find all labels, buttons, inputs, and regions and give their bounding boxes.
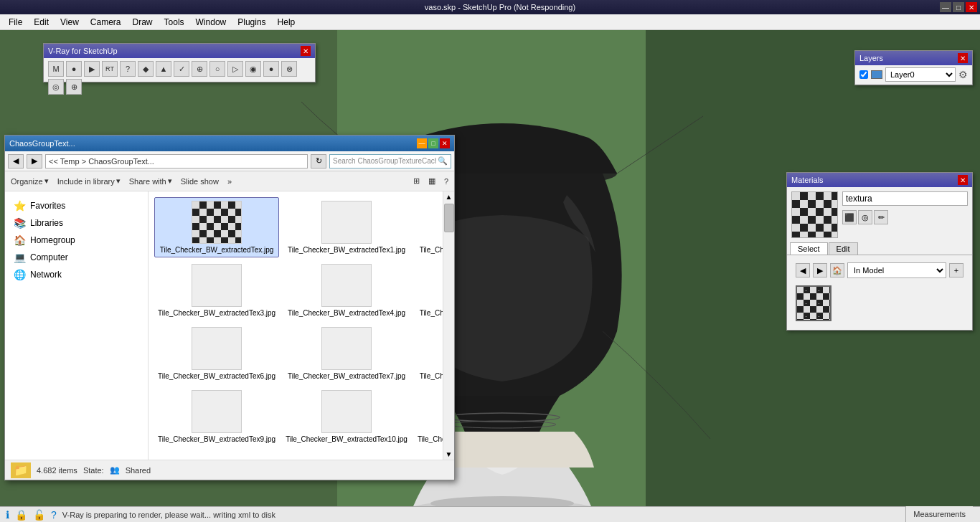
menu-edit[interactable]: Edit xyxy=(28,16,55,29)
scroll-thumb[interactable] xyxy=(444,204,454,232)
mat-nav-home[interactable]: 🏠 xyxy=(830,263,844,277)
material-content: ◀ ▶ 🏠 In Model + xyxy=(787,255,972,330)
mat-nav-forward[interactable]: ▶ xyxy=(813,263,827,277)
list-item[interactable]: Tile_Checker_BW_extractedTex11.jpg xyxy=(414,386,443,447)
vray-btn-dot[interactable]: ◆ xyxy=(138,61,154,77)
fe-close-button[interactable]: ✕ xyxy=(440,138,450,148)
maximize-button[interactable]: □ xyxy=(953,2,964,12)
menu-plugins[interactable]: Plugins xyxy=(232,16,271,29)
menu-draw[interactable]: Draw xyxy=(127,16,159,29)
list-item[interactable]: Tile_Checker_BW_extractedTex8.jpg xyxy=(414,323,443,384)
material-swatch-area xyxy=(791,281,968,326)
menu-window[interactable]: Window xyxy=(190,16,232,29)
sidebar-item-computer[interactable]: 💻 Computer xyxy=(8,249,145,266)
vray-close-button[interactable]: ✕ xyxy=(301,46,311,56)
list-item[interactable]: Tile_Checker_BW_extractedTex10.jpg xyxy=(282,386,411,447)
vray-btn-sphere[interactable]: ● xyxy=(66,61,82,77)
layer-color-swatch[interactable] xyxy=(871,70,882,79)
file-thumbnail xyxy=(192,201,242,244)
vray-btn-render[interactable]: ▶ xyxy=(84,61,100,77)
vray-btn-dot2[interactable]: ● xyxy=(263,61,279,77)
vray-btn-m[interactable]: M xyxy=(48,61,64,77)
search-box[interactable]: Search ChaosGroupTextureCache 🔍 xyxy=(329,154,451,169)
mat-btn-1[interactable]: ⬛ xyxy=(842,210,857,224)
vray-btn-rt[interactable]: RT xyxy=(102,61,118,77)
list-item[interactable]: Tile_Checker_BW_extractedTex7.jpg xyxy=(282,323,411,384)
vray-btn-help[interactable]: ? xyxy=(120,61,136,77)
scroll-up[interactable]: ▲ xyxy=(444,191,454,202)
info-icon[interactable]: ℹ xyxy=(6,509,9,521)
mat-add-btn[interactable]: + xyxy=(949,263,963,277)
forward-button[interactable]: ▶ xyxy=(27,154,42,169)
vray-btn-add[interactable]: ⊕ xyxy=(192,61,207,77)
unlock-icon[interactable]: 🔓 xyxy=(33,509,45,521)
back-button[interactable]: ◀ xyxy=(8,154,24,169)
menu-view[interactable]: View xyxy=(55,16,85,29)
include-in-library-button[interactable]: Include in library ▾ xyxy=(57,176,121,186)
mat-btn-pencil[interactable]: ✏ xyxy=(874,210,888,224)
layer-select[interactable]: Layer0 xyxy=(885,67,956,82)
sidebar-item-favorites[interactable]: ⭐ Favorites xyxy=(8,197,145,214)
close-button[interactable]: ✕ xyxy=(966,2,977,12)
tab-edit[interactable]: Edit xyxy=(829,242,858,255)
fe-body: ⭐ Favorites 📚 Libraries 🏠 Homegroup 💻 Co… xyxy=(5,191,454,460)
view-options[interactable]: ⊞ xyxy=(413,176,420,186)
vray-btn-record[interactable]: ◉ xyxy=(245,61,261,77)
libraries-label: Libraries xyxy=(30,218,63,228)
sidebar-item-homegroup[interactable]: 🏠 Homegroup xyxy=(8,232,145,249)
vray-btn-arrow[interactable]: ▷ xyxy=(227,61,243,77)
vray-btn-plus[interactable]: ⊕ xyxy=(66,79,82,95)
lock-icon[interactable]: 🔒 xyxy=(15,509,27,521)
scroll-down[interactable]: ▼ xyxy=(444,449,454,460)
file-thumbnail xyxy=(321,264,372,307)
tab-select[interactable]: Select xyxy=(790,242,828,255)
layer-visibility-checkbox[interactable] xyxy=(859,70,868,79)
menu-tools[interactable]: Tools xyxy=(159,16,190,29)
vray-btn-circle[interactable]: ○ xyxy=(209,61,225,77)
sidebar-item-libraries[interactable]: 📚 Libraries xyxy=(8,214,145,232)
file-thumbnail xyxy=(192,327,242,370)
list-item[interactable]: Tile_Checker_BW_extractedTex4.jpg xyxy=(282,260,411,321)
mat-btn-2[interactable]: ◎ xyxy=(858,210,872,224)
more-button[interactable]: » xyxy=(227,177,232,186)
mat-nav-back[interactable]: ◀ xyxy=(796,263,810,277)
vray-btn-triangle[interactable]: ▲ xyxy=(156,61,171,77)
material-category-select[interactable]: In Model xyxy=(847,262,946,278)
measurements-panel: Measurements xyxy=(905,506,973,522)
slideshow-button[interactable]: Slide show xyxy=(181,177,219,186)
layers-close-button[interactable]: ✕ xyxy=(958,53,968,63)
organize-button[interactable]: Organize ▾ xyxy=(11,176,49,186)
refresh-button[interactable]: ↻ xyxy=(311,154,326,169)
material-name-input[interactable] xyxy=(842,191,968,206)
menu-camera[interactable]: Camera xyxy=(85,16,127,29)
list-item[interactable]: Tile_Checker_BW_extractedTex6.jpg xyxy=(154,323,279,384)
view-toggle[interactable]: ▦ xyxy=(428,176,435,186)
file-name: Tile_Checker_BW_extractedTex10.jpg xyxy=(286,435,407,443)
path-box[interactable]: << Temp > ChaosGroupText... xyxy=(45,154,308,169)
material-swatch[interactable] xyxy=(796,285,831,321)
share-icon: 👥 xyxy=(110,465,120,475)
sidebar-item-network[interactable]: 🌐 Network xyxy=(8,266,145,283)
list-item[interactable]: Tile_Checker_BW_extractedTex5.jpg xyxy=(414,260,443,321)
fe-maximize-button[interactable]: □ xyxy=(428,138,438,148)
file-name: Tile_Checker_BW_extractedTex6.jpg xyxy=(158,372,275,380)
menu-file[interactable]: File xyxy=(3,16,28,29)
minimize-button[interactable]: — xyxy=(940,2,951,12)
materials-close-button[interactable]: ✕ xyxy=(958,175,968,185)
list-item[interactable]: Tile_Checker_BW_extractedTex3.jpg xyxy=(154,260,279,321)
vray-btn-check[interactable]: ✓ xyxy=(174,61,189,77)
help-icon[interactable]: ? xyxy=(51,509,57,521)
fe-minimize-button[interactable]: — xyxy=(417,138,427,148)
list-item[interactable]: Tile_Checker_BW_extractedTex2.jpg xyxy=(414,197,443,257)
vray-btn-target[interactable]: ◎ xyxy=(48,79,64,95)
list-item[interactable]: Tile_Checker_BW_extractedTex.jpg xyxy=(154,197,279,257)
list-item[interactable]: Tile_Checker_BW_extractedTex9.jpg xyxy=(154,386,279,447)
layers-settings-icon[interactable]: ⚙ xyxy=(958,69,968,80)
favorites-icon: ⭐ xyxy=(14,200,26,212)
share-with-button[interactable]: Share with ▾ xyxy=(129,176,172,186)
vray-btn-x[interactable]: ⊗ xyxy=(281,61,297,77)
menu-help[interactable]: Help xyxy=(272,16,301,29)
scrollbar[interactable]: ▲ ▼ xyxy=(443,191,454,460)
list-item[interactable]: Tile_Checker_BW_extractedTex1.jpg xyxy=(282,197,411,257)
help-button[interactable]: ? xyxy=(444,177,448,186)
